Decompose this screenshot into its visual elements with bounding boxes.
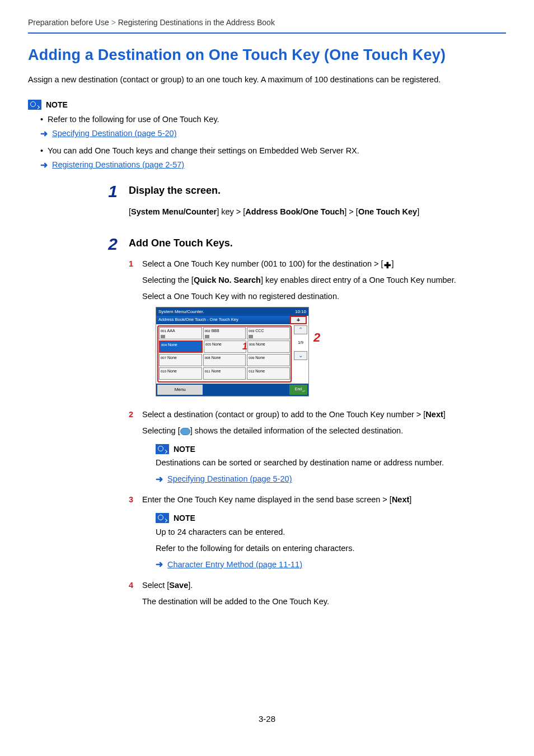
key-grid: 001 AAA002 BBB003 CCC 004 None005 None10… (157, 325, 292, 382)
one-touch-cell-011[interactable]: 011 None (203, 367, 246, 380)
one-touch-cell-009[interactable]: 009 None (247, 354, 290, 366)
substep-3-note-text1: Up to 24 characters can be entered. (156, 526, 506, 538)
one-touch-cell-012[interactable]: 012 None (247, 367, 290, 380)
bullet-dot: • (40, 114, 43, 125)
plus-icon: ✚ (383, 262, 392, 270)
note-bullet-2-text: You can add One Touch keys and change th… (48, 145, 359, 157)
substep-1: 1 Select a One Touch Key number (001 to … (129, 258, 506, 405)
t: Address Book/One Touch (245, 207, 344, 216)
note-ref-2: ➜ Registering Destinations (page 2-57) (40, 159, 506, 171)
t: System Menu/Counter (131, 207, 217, 216)
screen-title: System Menu/Counter. (158, 309, 204, 315)
t: ] (417, 207, 419, 216)
note-bullet-2: • You can add One Touch keys and change … (40, 145, 506, 157)
arrow-icon: ➜ (40, 161, 48, 170)
substep-3: 3 Enter the One Touch Key name displayed… (129, 494, 506, 576)
note-label: NOTE (174, 512, 195, 524)
callout-2: 2 (313, 329, 320, 347)
page-indicator: 1/9 (298, 335, 303, 350)
substep-2-note: NOTE Destinations can be sorted or searc… (156, 444, 506, 485)
step-1-number: 1 (28, 183, 118, 223)
step-2-title: Add One Touch Keys. (129, 236, 506, 250)
link-specifying-destination[interactable]: Specifying Destination (page 5-20) (52, 128, 176, 139)
add-button[interactable]: + (290, 316, 307, 324)
t: Next (392, 495, 409, 504)
substep-2-line2: Selecting [] shows the detailed informat… (142, 425, 506, 437)
step-1-title: Display the screen. (129, 183, 506, 198)
screen-subtitle: Address Book/One Touch - One Touch Key (156, 316, 290, 324)
substep-2: 2 Select a destination (contact or group… (129, 409, 506, 491)
breadcrumb-sep: > (111, 18, 116, 27)
menu-button[interactable]: Menu (157, 385, 203, 395)
substep-2-note-text: Destinations can be sorted or searched b… (156, 457, 506, 469)
substep-3-note-text2: Refer to the following for details on en… (156, 543, 506, 554)
page-number: 3-28 (28, 713, 506, 725)
fax-icon (161, 335, 165, 338)
t: ] > [ (344, 207, 358, 216)
substep-3-note: NOTE Up to 24 characters can be entered.… (156, 512, 506, 570)
link-registering-destinations[interactable]: Registering Destinations (page 2-57) (52, 159, 184, 171)
substep-1-line2: Selecting the [Quick No. Search] key ena… (142, 274, 506, 286)
substep-1-line1: Select a One Touch Key number (001 to 10… (142, 258, 506, 270)
note-icon (156, 513, 169, 523)
t: Next (425, 410, 443, 419)
t: ] (443, 410, 446, 419)
scroll-down-button[interactable] (294, 351, 307, 360)
substep-4-num: 4 (129, 580, 137, 612)
one-touch-cell-007[interactable]: 007 None (159, 354, 202, 366)
note-icon (156, 444, 169, 454)
fax-icon (205, 335, 209, 338)
substep-3-line1: Enter the One Touch Key name displayed i… (142, 494, 506, 506)
ui-screenshot: System Menu/Counter. 10:10 Address Book/… (156, 307, 506, 396)
t: ]. (188, 581, 193, 590)
t: Select [ (142, 581, 169, 590)
callout-1: 1 (242, 340, 247, 353)
breadcrumb: Preparation before Use > Registering Des… (28, 17, 506, 34)
one-touch-cell-005[interactable]: 005 None1 (204, 340, 246, 353)
screen-time: 10:10 (295, 309, 306, 315)
t: ] (392, 259, 394, 268)
one-touch-cell-001[interactable]: 001 AAA (159, 327, 202, 339)
t: Quick No. Search (194, 276, 261, 284)
link-character-entry[interactable]: Character Entry Method (page 11-11) (167, 559, 302, 571)
substep-4-line1: Select [Save]. (142, 580, 506, 591)
side-controls: 1/9 (293, 324, 308, 384)
bullet-dot: • (40, 145, 43, 157)
one-touch-cell-004[interactable]: 004 None (159, 340, 203, 353)
detail-icon (180, 428, 190, 435)
intro-text: Assign a new destination (contact or gro… (28, 74, 506, 86)
t: Select a One Touch Key number (001 to 10… (142, 259, 383, 268)
t: ] key enables direct entry of a One Touc… (261, 276, 456, 284)
breadcrumb-section: Preparation before Use (28, 18, 109, 27)
scroll-up-button[interactable] (294, 325, 307, 334)
step-2: 2 Add One Touch Keys. 1 Select a One Tou… (28, 236, 506, 612)
t: ] (409, 495, 411, 504)
note-bullet-1: • Refer to the following for use of One … (40, 114, 506, 125)
one-touch-cell-006[interactable]: 006 None (247, 340, 290, 353)
screen-panel: System Menu/Counter. 10:10 Address Book/… (156, 307, 309, 396)
one-touch-cell-002[interactable]: 002 BBB (203, 327, 246, 339)
t: Save (169, 581, 188, 590)
one-touch-cell-010[interactable]: 010 None (159, 367, 202, 380)
t: Selecting the [ (142, 276, 194, 284)
note-icon (28, 100, 41, 110)
substep-3-num: 3 (129, 494, 137, 576)
step-1: 1 Display the screen. [System Menu/Count… (28, 183, 506, 223)
step-2-number: 2 (28, 236, 118, 612)
breadcrumb-page: Registering Destinations in the Address … (118, 18, 275, 27)
arrow-icon: ➜ (156, 560, 163, 569)
substep-2-line1: Select a destination (contact or group) … (142, 409, 506, 421)
one-touch-cell-008[interactable]: 008 None (203, 354, 246, 366)
screen-footer: Menu End (156, 384, 308, 396)
end-button[interactable]: End (289, 385, 307, 395)
one-touch-cell-003[interactable]: 003 CCC (247, 327, 290, 339)
note-label: NOTE (174, 444, 195, 455)
t: Selecting [ (142, 426, 180, 435)
substep-4-line2: The destination will be added to the One… (142, 596, 506, 608)
substep-2-num: 2 (129, 409, 137, 491)
page-title: Adding a Destination on One Touch Key (O… (28, 46, 506, 65)
substep-4: 4 Select [Save]. The destination will be… (129, 580, 506, 612)
link-specifying-destination-2[interactable]: Specifying Destination (page 5-20) (167, 473, 292, 485)
substep-1-num: 1 (129, 258, 137, 405)
fax-icon (249, 335, 253, 338)
